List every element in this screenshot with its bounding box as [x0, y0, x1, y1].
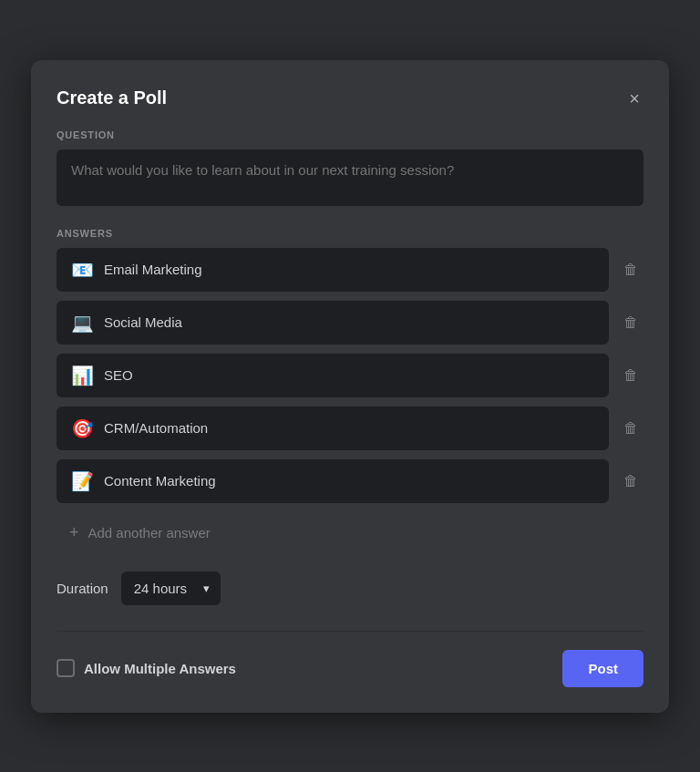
answer-input-row: 🎯 CRM/Automation — [57, 407, 609, 450]
divider — [57, 631, 643, 632]
allow-multiple-checkbox[interactable] — [57, 659, 75, 677]
trash-icon — [623, 367, 638, 383]
trash-icon — [623, 420, 638, 436]
answer-list: 📧 Email Marketing 💻 Social Media 📊 SEO — [57, 248, 643, 503]
modal-overlay: Create a Poll × QUESTION ANSWERS 📧 Email… — [0, 0, 700, 772]
allow-multiple-row[interactable]: Allow Multiple Answers — [57, 659, 236, 677]
trash-icon — [623, 262, 638, 277]
duration-select-wrapper: 1 hour4 hours8 hours24 hours3 days7 days… — [121, 571, 221, 605]
question-section-label: QUESTION — [57, 129, 643, 140]
delete-answer-button[interactable] — [618, 311, 643, 335]
close-button[interactable]: × — [625, 86, 643, 111]
modal-header: Create a Poll × — [57, 86, 643, 111]
plus-icon: + — [69, 523, 79, 542]
answer-item: 📝 Content Marketing — [57, 459, 643, 503]
answer-emoji: 📧 — [69, 257, 95, 283]
duration-select[interactable]: 1 hour4 hours8 hours24 hours3 days7 days — [121, 571, 221, 605]
duration-row: Duration 1 hour4 hours8 hours24 hours3 d… — [57, 571, 643, 605]
footer-row: Allow Multiple Answers Post — [57, 650, 643, 687]
answer-text: CRM/Automation — [104, 420, 596, 436]
answer-item: 💻 Social Media — [57, 301, 643, 345]
add-answer-row[interactable]: + Add another answer — [57, 512, 643, 553]
answer-emoji: 📝 — [69, 468, 95, 494]
question-input[interactable] — [57, 149, 643, 206]
answer-emoji: 💻 — [69, 310, 95, 335]
answer-input-row: 📝 Content Marketing — [57, 459, 609, 503]
trash-icon — [623, 314, 638, 330]
delete-answer-button[interactable] — [618, 364, 643, 387]
delete-answer-button[interactable] — [618, 417, 643, 440]
delete-answer-button[interactable] — [618, 469, 643, 493]
answer-text: Content Marketing — [104, 473, 596, 489]
duration-label: Duration — [57, 581, 108, 596]
answers-section-label: ANSWERS — [57, 228, 643, 239]
post-button[interactable]: Post — [562, 650, 643, 687]
answer-emoji: 📊 — [69, 363, 95, 388]
answer-item: 📊 SEO — [57, 354, 643, 397]
allow-multiple-label: Allow Multiple Answers — [84, 661, 236, 676]
answers-section: ANSWERS 📧 Email Marketing 💻 Social Media… — [57, 228, 643, 553]
delete-answer-button[interactable] — [618, 258, 643, 282]
modal-title: Create a Poll — [57, 87, 167, 108]
create-poll-modal: Create a Poll × QUESTION ANSWERS 📧 Email… — [31, 60, 669, 713]
trash-icon — [623, 473, 638, 489]
answer-item: 🎯 CRM/Automation — [57, 407, 643, 450]
answer-emoji: 🎯 — [69, 416, 95, 441]
answer-input-row: 📧 Email Marketing — [57, 248, 609, 292]
answer-text: Social Media — [104, 314, 596, 330]
add-answer-text: Add another answer — [88, 525, 211, 540]
answer-input-row: 📊 SEO — [57, 354, 609, 397]
answer-item: 📧 Email Marketing — [57, 248, 643, 292]
answer-text: SEO — [104, 367, 596, 383]
answer-text: Email Marketing — [104, 262, 596, 277]
answer-input-row: 💻 Social Media — [57, 301, 609, 345]
